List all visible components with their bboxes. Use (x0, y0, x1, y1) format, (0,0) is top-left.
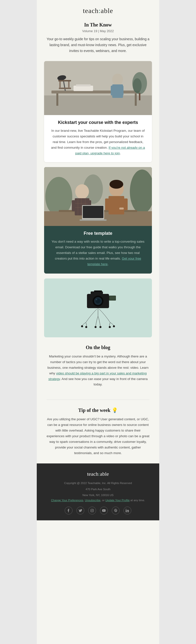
svg-rect-34 (72, 200, 75, 211)
svg-point-14 (133, 78, 142, 93)
logo: teach:able (42, 7, 154, 15)
kickstart-content: Kickstart your course with the experts I… (44, 115, 152, 162)
footer-address1: 470 Park Ave South (44, 487, 152, 492)
svg-rect-4 (135, 94, 137, 106)
free-template-title: Free template (51, 231, 145, 236)
svg-rect-41 (109, 196, 124, 214)
svg-rect-2 (51, 90, 140, 94)
instagram-icon[interactable] (88, 506, 96, 514)
logo-colon: : (98, 7, 101, 14)
svg-rect-44 (119, 208, 124, 210)
svg-point-58 (99, 326, 101, 328)
intro-section: In The Know Volume 19 | May 2022 Your go… (37, 20, 159, 61)
svg-rect-42 (105, 198, 109, 210)
svg-rect-19 (58, 80, 71, 82)
svg-point-59 (109, 326, 111, 328)
footer-logo-post: able (100, 471, 109, 477)
svg-point-27 (75, 184, 89, 199)
blog-section: On the blog Marketing your course should… (37, 342, 159, 395)
svg-rect-8 (76, 84, 91, 86)
workspace-svg (44, 61, 152, 115)
footer-links: Change Your Preferences, Unsubscribe, or… (44, 499, 152, 502)
footer-link-unsubscribe[interactable]: Unsubscribe (85, 499, 100, 502)
svg-rect-52 (110, 296, 115, 300)
intro-body: Your go-to weekly guide for tips on scal… (46, 36, 150, 54)
footer-address2: New York, NY, 10016 US (44, 493, 152, 498)
svg-point-62 (91, 510, 93, 511)
free-template-body: You don't need a way with words to write… (51, 239, 145, 267)
intro-title: In The Know (46, 22, 150, 28)
kickstart-body: In our brand-new, live Teachable Kicksta… (50, 128, 146, 156)
youtube-icon[interactable] (100, 506, 108, 514)
svg-point-65 (126, 509, 126, 510)
divider (46, 400, 150, 400)
svg-rect-3 (56, 94, 58, 106)
svg-rect-64 (126, 510, 126, 512)
footer-link-preferences[interactable]: Change Your Preferences (51, 499, 83, 502)
kickstart-card: Kickstart your course with the experts I… (44, 61, 152, 162)
tip-title: Tip of the week 💡 (46, 407, 150, 413)
svg-rect-11 (111, 86, 114, 96)
svg-rect-18 (68, 81, 70, 88)
svg-rect-7 (73, 86, 93, 91)
tip-section: Tip of the week 💡 Are you utilizing the … (37, 405, 159, 464)
tip-body: Are you utilizing the power of UGC? User… (46, 416, 150, 456)
facebook-icon[interactable] (65, 506, 72, 514)
svg-rect-38 (80, 219, 107, 221)
footer-copyright: Copyright @ 2022 Teachable, Inc. All Rig… (44, 480, 152, 486)
svg-point-56 (85, 326, 87, 328)
svg-rect-15 (139, 93, 140, 100)
header: teach:able (37, 0, 159, 20)
kickstart-title: Kickstart your course with the experts (50, 120, 146, 125)
svg-point-63 (93, 510, 93, 510)
camera-svg (76, 287, 120, 329)
social-icons (44, 506, 152, 514)
footer-logo-pre: teach (87, 471, 98, 477)
footer: teach:able Copyright @ 2022 Teachable, I… (37, 464, 159, 520)
svg-rect-12 (121, 86, 124, 96)
svg-point-57 (95, 326, 97, 328)
svg-rect-17 (59, 81, 61, 88)
svg-point-50 (96, 299, 97, 300)
svg-point-60 (113, 325, 115, 327)
svg-rect-61 (91, 509, 94, 512)
free-template-card: Free template You don't need a way with … (44, 167, 152, 274)
svg-rect-37 (83, 206, 103, 218)
blog-title: On the blog (46, 345, 150, 350)
twitter-icon[interactable] (76, 506, 84, 514)
email-container: teach:able In The Know Volume 19 | May 2… (37, 0, 159, 644)
svg-rect-46 (91, 292, 103, 295)
svg-point-55 (81, 325, 83, 327)
kickstart-image (44, 61, 152, 115)
footer-link-profile[interactable]: Update Your Profile (105, 499, 130, 502)
svg-rect-53 (94, 290, 102, 292)
footer-logo: teach:able (44, 471, 152, 477)
svg-point-40 (110, 180, 123, 189)
camera-card (44, 278, 152, 337)
svg-point-9 (112, 74, 123, 86)
camera-scene (51, 286, 145, 330)
linkedin-icon[interactable] (124, 506, 131, 514)
pinterest-icon[interactable] (112, 506, 120, 514)
svg-rect-43 (124, 198, 128, 210)
logo-post: able (101, 7, 113, 14)
people-svg (44, 167, 152, 226)
logo-pre: teach (83, 7, 98, 14)
intro-volume: Volume 19 | May 2022 (46, 29, 150, 33)
blog-body: Marketing your course shouldn't be a mys… (46, 354, 150, 388)
free-template-content: Free template You don't need a way with … (44, 226, 152, 274)
free-template-image (44, 167, 152, 226)
